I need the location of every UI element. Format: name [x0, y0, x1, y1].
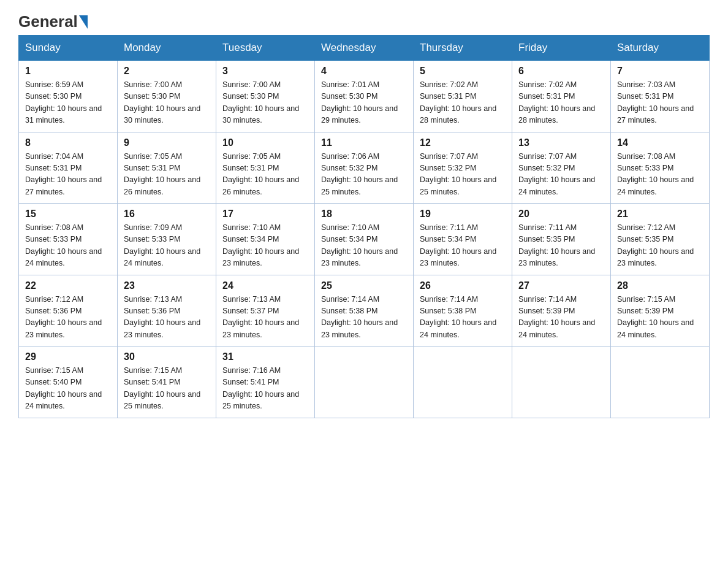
day-info: Sunrise: 7:00 AMSunset: 5:30 PMDaylight:…	[222, 80, 299, 124]
calendar-cell: 5 Sunrise: 7:02 AMSunset: 5:31 PMDayligh…	[414, 61, 512, 132]
logo: General	[18, 12, 89, 29]
day-info: Sunrise: 7:05 AMSunset: 5:31 PMDaylight:…	[124, 152, 200, 196]
calendar-cell: 6 Sunrise: 7:02 AMSunset: 5:31 PMDayligh…	[512, 61, 611, 132]
calendar-cell: 8 Sunrise: 7:04 AMSunset: 5:31 PMDayligh…	[19, 132, 118, 204]
calendar-cell: 2 Sunrise: 7:00 AMSunset: 5:30 PMDayligh…	[118, 61, 216, 132]
day-info: Sunrise: 7:03 AMSunset: 5:31 PMDaylight:…	[617, 80, 694, 124]
calendar-week-row: 29 Sunrise: 7:15 AMSunset: 5:40 PMDaylig…	[19, 347, 710, 418]
calendar-cell: 24 Sunrise: 7:13 AMSunset: 5:37 PMDaylig…	[216, 275, 315, 347]
day-number: 17	[222, 209, 308, 220]
calendar-cell: 12 Sunrise: 7:07 AMSunset: 5:32 PMDaylig…	[414, 132, 512, 204]
calendar-week-row: 1 Sunrise: 6:59 AMSunset: 5:30 PMDayligh…	[19, 61, 710, 132]
calendar-cell: 15 Sunrise: 7:08 AMSunset: 5:33 PMDaylig…	[19, 204, 118, 275]
weekday-header-monday: Monday	[118, 36, 216, 61]
day-info: Sunrise: 7:01 AMSunset: 5:30 PMDaylight:…	[321, 80, 398, 124]
weekday-header-friday: Friday	[512, 36, 611, 61]
calendar-cell: 17 Sunrise: 7:10 AMSunset: 5:34 PMDaylig…	[216, 204, 315, 275]
day-number: 5	[420, 66, 506, 77]
weekday-header-sunday: Sunday	[19, 36, 118, 61]
day-number: 29	[25, 351, 111, 362]
calendar-cell: 19 Sunrise: 7:11 AMSunset: 5:34 PMDaylig…	[414, 204, 512, 275]
calendar-cell: 28 Sunrise: 7:15 AMSunset: 5:39 PMDaylig…	[611, 275, 710, 347]
day-number: 25	[321, 280, 407, 291]
day-info: Sunrise: 7:00 AMSunset: 5:30 PMDaylight:…	[124, 80, 200, 124]
day-info: Sunrise: 7:16 AMSunset: 5:41 PMDaylight:…	[222, 366, 299, 410]
calendar-cell	[512, 347, 611, 418]
logo-text: General	[18, 12, 89, 31]
day-info: Sunrise: 7:07 AMSunset: 5:32 PMDaylight:…	[518, 152, 595, 196]
calendar-cell: 1 Sunrise: 6:59 AMSunset: 5:30 PMDayligh…	[19, 61, 118, 132]
day-number: 4	[321, 66, 407, 77]
calendar-cell: 27 Sunrise: 7:14 AMSunset: 5:39 PMDaylig…	[512, 275, 611, 347]
calendar-cell: 23 Sunrise: 7:13 AMSunset: 5:36 PMDaylig…	[118, 275, 216, 347]
day-number: 22	[25, 280, 111, 291]
calendar-cell: 29 Sunrise: 7:15 AMSunset: 5:40 PMDaylig…	[19, 347, 118, 418]
day-number: 21	[617, 209, 703, 220]
day-number: 8	[25, 137, 111, 148]
day-number: 12	[420, 137, 506, 148]
calendar-cell: 22 Sunrise: 7:12 AMSunset: 5:36 PMDaylig…	[19, 275, 118, 347]
day-info: Sunrise: 7:08 AMSunset: 5:33 PMDaylight:…	[617, 152, 694, 196]
day-number: 19	[420, 209, 506, 220]
calendar-cell: 16 Sunrise: 7:09 AMSunset: 5:33 PMDaylig…	[118, 204, 216, 275]
day-info: Sunrise: 7:06 AMSunset: 5:32 PMDaylight:…	[321, 152, 398, 196]
day-number: 6	[518, 66, 604, 77]
day-info: Sunrise: 7:12 AMSunset: 5:36 PMDaylight:…	[25, 295, 102, 339]
calendar-cell: 31 Sunrise: 7:16 AMSunset: 5:41 PMDaylig…	[216, 347, 315, 418]
calendar-week-row: 22 Sunrise: 7:12 AMSunset: 5:36 PMDaylig…	[19, 275, 710, 347]
calendar-cell: 18 Sunrise: 7:10 AMSunset: 5:34 PMDaylig…	[315, 204, 414, 275]
calendar-cell: 25 Sunrise: 7:14 AMSunset: 5:38 PMDaylig…	[315, 275, 414, 347]
day-info: Sunrise: 7:13 AMSunset: 5:36 PMDaylight:…	[124, 295, 200, 339]
day-info: Sunrise: 7:10 AMSunset: 5:34 PMDaylight:…	[222, 223, 299, 267]
day-info: Sunrise: 7:09 AMSunset: 5:33 PMDaylight:…	[124, 223, 200, 267]
day-info: Sunrise: 7:02 AMSunset: 5:31 PMDaylight:…	[420, 80, 496, 124]
logo-general: General	[18, 12, 78, 31]
day-number: 2	[124, 66, 210, 77]
day-info: Sunrise: 7:14 AMSunset: 5:39 PMDaylight:…	[518, 295, 595, 339]
day-number: 10	[222, 137, 308, 148]
day-info: Sunrise: 7:14 AMSunset: 5:38 PMDaylight:…	[420, 295, 496, 339]
day-info: Sunrise: 7:11 AMSunset: 5:35 PMDaylight:…	[518, 223, 595, 267]
calendar-week-row: 8 Sunrise: 7:04 AMSunset: 5:31 PMDayligh…	[19, 132, 710, 204]
weekday-header-row: SundayMondayTuesdayWednesdayThursdayFrid…	[19, 36, 710, 61]
logo-triangle-icon	[79, 15, 88, 29]
day-number: 24	[222, 280, 308, 291]
calendar-week-row: 15 Sunrise: 7:08 AMSunset: 5:33 PMDaylig…	[19, 204, 710, 275]
day-info: Sunrise: 7:12 AMSunset: 5:35 PMDaylight:…	[617, 223, 694, 267]
day-number: 31	[222, 351, 308, 362]
day-info: Sunrise: 7:15 AMSunset: 5:39 PMDaylight:…	[617, 295, 694, 339]
day-number: 18	[321, 209, 407, 220]
day-number: 13	[518, 137, 604, 148]
day-info: Sunrise: 7:02 AMSunset: 5:31 PMDaylight:…	[518, 80, 595, 124]
day-info: Sunrise: 7:04 AMSunset: 5:31 PMDaylight:…	[25, 152, 102, 196]
day-info: Sunrise: 7:10 AMSunset: 5:34 PMDaylight:…	[321, 223, 398, 267]
calendar-cell: 7 Sunrise: 7:03 AMSunset: 5:31 PMDayligh…	[611, 61, 710, 132]
day-info: Sunrise: 7:15 AMSunset: 5:40 PMDaylight:…	[25, 366, 102, 410]
calendar-cell: 21 Sunrise: 7:12 AMSunset: 5:35 PMDaylig…	[611, 204, 710, 275]
calendar-cell: 3 Sunrise: 7:00 AMSunset: 5:30 PMDayligh…	[216, 61, 315, 132]
day-info: Sunrise: 7:05 AMSunset: 5:31 PMDaylight:…	[222, 152, 299, 196]
calendar-cell: 11 Sunrise: 7:06 AMSunset: 5:32 PMDaylig…	[315, 132, 414, 204]
day-number: 11	[321, 137, 407, 148]
weekday-header-tuesday: Tuesday	[216, 36, 315, 61]
calendar-cell: 10 Sunrise: 7:05 AMSunset: 5:31 PMDaylig…	[216, 132, 315, 204]
day-info: Sunrise: 7:14 AMSunset: 5:38 PMDaylight:…	[321, 295, 398, 339]
calendar-cell: 13 Sunrise: 7:07 AMSunset: 5:32 PMDaylig…	[512, 132, 611, 204]
day-info: Sunrise: 7:13 AMSunset: 5:37 PMDaylight:…	[222, 295, 299, 339]
calendar-cell: 20 Sunrise: 7:11 AMSunset: 5:35 PMDaylig…	[512, 204, 611, 275]
weekday-header-saturday: Saturday	[611, 36, 710, 61]
day-number: 14	[617, 137, 703, 148]
calendar-cell: 26 Sunrise: 7:14 AMSunset: 5:38 PMDaylig…	[414, 275, 512, 347]
day-number: 28	[617, 280, 703, 291]
day-info: Sunrise: 7:08 AMSunset: 5:33 PMDaylight:…	[25, 223, 102, 267]
page-header: General	[18, 12, 710, 29]
calendar-cell: 14 Sunrise: 7:08 AMSunset: 5:33 PMDaylig…	[611, 132, 710, 204]
day-number: 1	[25, 66, 111, 77]
calendar-table: SundayMondayTuesdayWednesdayThursdayFrid…	[18, 35, 710, 418]
day-number: 26	[420, 280, 506, 291]
day-number: 23	[124, 280, 210, 291]
day-number: 7	[617, 66, 703, 77]
day-info: Sunrise: 7:07 AMSunset: 5:32 PMDaylight:…	[420, 152, 496, 196]
day-number: 15	[25, 209, 111, 220]
weekday-header-thursday: Thursday	[414, 36, 512, 61]
